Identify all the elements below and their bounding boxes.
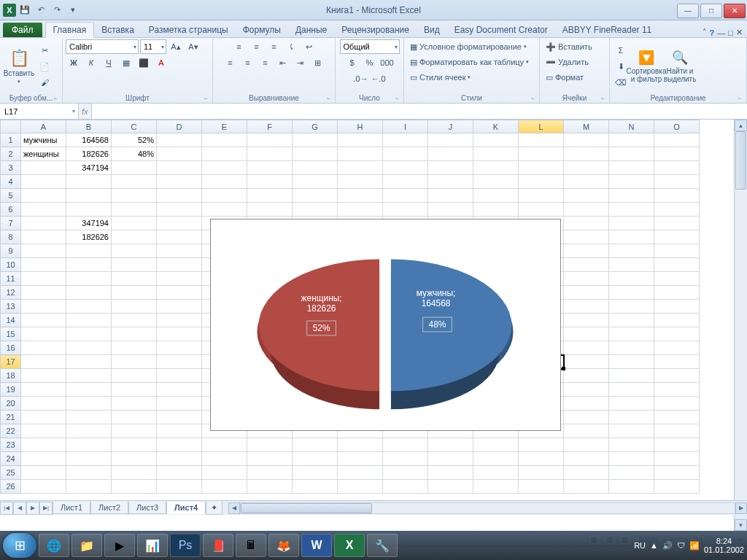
taskbar-excel-icon[interactable]: X: [334, 534, 365, 557]
formula-input[interactable]: [91, 104, 747, 119]
cell-C13[interactable]: [112, 300, 157, 314]
tray-lang[interactable]: RU: [634, 541, 646, 550]
cell-G5[interactable]: [293, 189, 338, 203]
cell-M24[interactable]: [564, 452, 609, 466]
cell-M2[interactable]: [564, 147, 609, 161]
cell-N2[interactable]: [609, 147, 654, 161]
cell-O24[interactable]: [654, 452, 700, 466]
col-header-I[interactable]: I: [383, 120, 428, 133]
cell-H25[interactable]: [338, 466, 383, 480]
cell-I1[interactable]: [383, 133, 428, 147]
conditional-formatting-button[interactable]: ▦Условное форматирование▾: [407, 39, 530, 54]
format-painter-icon[interactable]: 🖌: [36, 75, 53, 90]
tab-view[interactable]: Вид: [417, 23, 447, 37]
shrink-font-icon[interactable]: A▾: [185, 39, 201, 54]
row-header-20[interactable]: 20: [1, 397, 21, 411]
cell-D7[interactable]: [157, 217, 202, 230]
cell-D9[interactable]: [157, 244, 202, 258]
cell-L2[interactable]: [519, 147, 564, 161]
row-header-17[interactable]: 17: [1, 355, 21, 369]
cell-J1[interactable]: [428, 133, 473, 147]
cell-C26[interactable]: [112, 480, 157, 494]
cell-A15[interactable]: [21, 327, 66, 341]
cell-C25[interactable]: [112, 466, 157, 480]
cell-B18[interactable]: [66, 369, 112, 383]
cell-H23[interactable]: [338, 438, 383, 452]
cell-F25[interactable]: [247, 466, 293, 480]
cell-M12[interactable]: [564, 286, 609, 300]
cell-F3[interactable]: [247, 161, 293, 175]
workbook-close-icon[interactable]: ✕: [736, 28, 743, 37]
sheet-tab-1[interactable]: Лист1: [53, 502, 90, 514]
row-header-26[interactable]: 26: [1, 480, 21, 494]
cell-M14[interactable]: [564, 314, 609, 327]
cell-B9[interactable]: [66, 244, 112, 258]
cell-L6[interactable]: [519, 203, 564, 217]
cell-A3[interactable]: [21, 161, 66, 175]
cell-O25[interactable]: [654, 466, 700, 480]
cell-K4[interactable]: [473, 175, 519, 189]
cell-M26[interactable]: [564, 480, 609, 494]
cell-D12[interactable]: [157, 286, 202, 300]
tab-formulas[interactable]: Формулы: [236, 23, 288, 37]
cell-O13[interactable]: [654, 300, 700, 314]
copy-icon[interactable]: 📄: [36, 59, 53, 74]
cell-E6[interactable]: [202, 203, 247, 217]
row-header-2[interactable]: 2: [1, 147, 21, 161]
cell-B22[interactable]: [66, 424, 112, 438]
cell-D23[interactable]: [157, 438, 202, 452]
cell-M20[interactable]: [564, 397, 609, 411]
cell-A8[interactable]: [21, 230, 66, 244]
cell-I24[interactable]: [383, 452, 428, 466]
align-middle-icon[interactable]: ≡: [249, 39, 265, 54]
cell-J23[interactable]: [428, 438, 473, 452]
cell-M3[interactable]: [564, 161, 609, 175]
maximize-button[interactable]: □: [700, 4, 722, 18]
comma-icon[interactable]: 000: [379, 55, 395, 70]
cell-G1[interactable]: [293, 133, 338, 147]
cell-M1[interactable]: [564, 133, 609, 147]
name-box[interactable]: L17: [0, 104, 79, 119]
cell-M4[interactable]: [564, 175, 609, 189]
ribbon-minimize-icon[interactable]: ˄: [703, 28, 707, 37]
cell-M15[interactable]: [564, 327, 609, 341]
cell-I25[interactable]: [383, 466, 428, 480]
cell-H2[interactable]: [338, 147, 383, 161]
cell-K24[interactable]: [473, 452, 519, 466]
tab-nav-prev-icon[interactable]: ◀: [13, 502, 26, 515]
tray-clock[interactable]: 8:24 01.01.2002: [704, 537, 744, 554]
cell-H24[interactable]: [338, 452, 383, 466]
grow-font-icon[interactable]: A▴: [168, 39, 184, 54]
cell-F26[interactable]: [247, 480, 293, 494]
cell-C23[interactable]: [112, 438, 157, 452]
cell-A16[interactable]: [21, 341, 66, 355]
cell-D14[interactable]: [157, 314, 202, 327]
align-center-icon[interactable]: ≡: [240, 55, 256, 70]
col-header-M[interactable]: M: [564, 120, 609, 133]
cell-C20[interactable]: [112, 397, 157, 411]
cell-E26[interactable]: [202, 480, 247, 494]
cell-N22[interactable]: [609, 424, 654, 438]
cell-C10[interactable]: [112, 258, 157, 272]
cell-A25[interactable]: [21, 466, 66, 480]
row-header-5[interactable]: 5: [1, 189, 21, 203]
scroll-right-icon[interactable]: ▶: [735, 502, 747, 514]
delete-cells-button[interactable]: ➖Удалить: [543, 55, 592, 69]
qat-redo-icon[interactable]: ↷: [50, 3, 64, 18]
cell-L3[interactable]: [519, 161, 564, 175]
cell-E24[interactable]: [202, 452, 247, 466]
cell-C6[interactable]: [112, 203, 157, 217]
orientation-icon[interactable]: ⤹: [284, 39, 300, 54]
tab-edc[interactable]: Easy Document Creator: [447, 23, 555, 37]
cell-I3[interactable]: [383, 161, 428, 175]
cell-O6[interactable]: [654, 203, 700, 217]
cell-N21[interactable]: [609, 411, 654, 424]
cell-B12[interactable]: [66, 286, 112, 300]
cell-C2[interactable]: 48%: [112, 147, 157, 161]
align-bottom-icon[interactable]: ≡: [266, 39, 282, 54]
workbook-minimize-icon[interactable]: —: [717, 28, 725, 37]
find-select-button[interactable]: 🔍Найти и выделить: [664, 42, 696, 91]
cell-N8[interactable]: [609, 230, 654, 244]
tab-data[interactable]: Данные: [288, 23, 334, 37]
cell-L1[interactable]: [519, 133, 564, 147]
